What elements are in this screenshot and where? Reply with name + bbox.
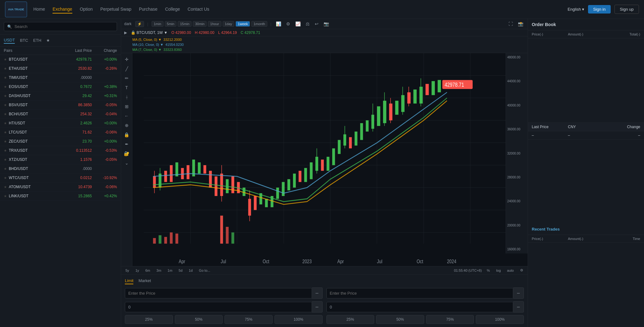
nav-item-option[interactable]: Option xyxy=(80,5,93,14)
chart-log[interactable]: log xyxy=(495,268,502,273)
nav-item-perpetual-swap[interactable]: Perpetual Swap xyxy=(100,5,131,14)
collapse-icon[interactable]: ▶ xyxy=(124,30,127,35)
tool-pen[interactable]: ✒ xyxy=(124,140,130,148)
zoom-1m[interactable]: 1m xyxy=(166,268,174,273)
tool-arrow[interactable]: ← xyxy=(123,112,130,120)
tf-btn-15min[interactable]: 15min xyxy=(178,21,192,27)
star-icon[interactable]: ★ xyxy=(4,76,7,80)
buy-amount-minus[interactable]: – xyxy=(312,301,323,313)
buy-100pct[interactable]: 100% xyxy=(275,315,323,324)
chart-undo-btn[interactable]: ↩ xyxy=(314,21,320,27)
pair-row[interactable]: ★ ZEC/USDT 23.70 +0.00% xyxy=(0,137,121,146)
sell-price-input[interactable] xyxy=(326,288,514,298)
tool-text[interactable]: T xyxy=(124,84,129,91)
buy-amount-input[interactable] xyxy=(125,302,312,312)
zoom-5d[interactable]: 5d xyxy=(177,268,184,273)
star-icon[interactable]: ★ xyxy=(4,57,7,62)
tool-magnet[interactable]: 🔒 xyxy=(123,131,130,139)
signup-button[interactable]: Sign up xyxy=(614,5,639,14)
go-to[interactable]: Go to... xyxy=(198,268,212,273)
nav-item-contact-us[interactable]: Contact Us xyxy=(187,5,209,14)
tf-btn-5min[interactable]: 5min xyxy=(165,21,177,27)
buy-price-input[interactable] xyxy=(125,288,312,298)
pair-row[interactable]: ★ WTC/USDT 0.0212 -10.92% xyxy=(0,173,121,183)
currency-tab-btc[interactable]: BTC xyxy=(20,37,28,43)
tf-btn-1min[interactable]: 1min xyxy=(152,21,164,27)
pair-row[interactable]: ★ BCH/USDT 254.32 -0.04% xyxy=(0,110,121,119)
pair-row[interactable]: ★ EOS/USDT 0.7672 +0.38% xyxy=(0,82,121,91)
star-icon[interactable]: ★ xyxy=(4,158,7,162)
tf-btn-1week[interactable]: 1week xyxy=(236,21,250,27)
tool-crosshair[interactable]: ✛ xyxy=(124,56,130,63)
pair-row[interactable]: ★ HT/USDT 2.4626 +0.00% xyxy=(0,119,121,128)
buy-price-minus[interactable]: – xyxy=(312,287,323,299)
tool-shapes[interactable]: ⟊ xyxy=(124,93,129,101)
buy-50pct[interactable]: 50% xyxy=(175,315,223,324)
star-icon[interactable]: ★ xyxy=(4,139,7,144)
tf-btn-1day[interactable]: 1day xyxy=(223,21,235,27)
star-icon[interactable]: ★ xyxy=(4,167,7,171)
nav-item-home[interactable]: Home xyxy=(33,5,45,14)
tf-btn-30min[interactable]: 30min xyxy=(193,21,207,27)
pair-row[interactable]: ★ TIMI/USDT .00000 xyxy=(0,73,121,82)
pair-row[interactable]: ★ DASH/USDT 29.42 +0.31% xyxy=(0,91,121,101)
chart-scale-btn[interactable]: ⚖ xyxy=(304,21,311,27)
chart-mode-btn[interactable]: ⚡ xyxy=(135,21,144,27)
pair-row[interactable]: ★ LINK/USDT 15.2865 +0.42% xyxy=(0,192,121,201)
zoom-3m[interactable]: 3m xyxy=(155,268,163,273)
pair-row[interactable]: ★ BHD/USDT .0000 xyxy=(0,164,121,173)
order-tab-limit[interactable]: Limit xyxy=(125,278,133,284)
pair-row[interactable]: ★ ATOM/USDT 10.4739 -0.06% xyxy=(0,183,121,192)
nav-item-college[interactable]: College xyxy=(165,5,180,14)
search-input[interactable] xyxy=(14,24,114,29)
sell-price-minus[interactable]: – xyxy=(513,287,524,299)
chart-indicators-btn[interactable]: ⚙ xyxy=(285,21,291,27)
tool-line[interactable]: ╱ xyxy=(124,65,129,73)
currency-tab-eth[interactable]: ETH xyxy=(33,37,41,43)
tool-zoom[interactable]: ⊕ xyxy=(124,122,130,129)
star-icon[interactable]: ★ xyxy=(4,67,7,71)
sell-75pct[interactable]: 75% xyxy=(426,315,474,324)
star-icon[interactable]: ★ xyxy=(4,176,7,180)
star-icon[interactable]: ★ xyxy=(4,103,7,107)
signin-button[interactable]: Sign in xyxy=(588,5,611,14)
pair-row[interactable]: ★ LTC/USDT 71.62 -0.06% xyxy=(0,128,121,137)
chart-fullscreen-btn[interactable]: ⛶ xyxy=(507,21,514,27)
tool-chevron[interactable]: ⌄ xyxy=(124,159,130,167)
pair-row[interactable]: ★ BTC/USDT 42978.71 +0.00% xyxy=(0,55,121,64)
star-icon[interactable]: ★ xyxy=(4,185,7,189)
star-icon[interactable]: ★ xyxy=(4,94,7,98)
star-icon[interactable]: ★ xyxy=(4,121,7,125)
currency-tab-★[interactable]: ★ xyxy=(46,37,50,43)
chart-pct[interactable]: % xyxy=(486,268,491,273)
tool-lock[interactable]: 🔐 xyxy=(123,150,130,157)
star-icon[interactable]: ★ xyxy=(4,85,7,89)
star-icon[interactable]: ★ xyxy=(4,149,7,153)
sell-50pct[interactable]: 50% xyxy=(376,315,424,324)
chart-type-btn[interactable]: 📊 xyxy=(275,21,282,27)
pair-row[interactable]: ★ ETH/USDT 2530.82 -0.26% xyxy=(0,64,121,73)
buy-25pct[interactable]: 25% xyxy=(125,315,173,324)
star-icon[interactable]: ★ xyxy=(4,112,7,116)
sell-25pct[interactable]: 25% xyxy=(326,315,375,324)
buy-75pct[interactable]: 75% xyxy=(225,315,273,324)
tf-btn-1month[interactable]: 1month xyxy=(251,21,267,27)
chart-settings-btn[interactable]: ⚙ xyxy=(519,268,525,273)
pair-row[interactable]: ★ TRX/USDT 0.113512 -0.53% xyxy=(0,146,121,155)
tf-btn-1hour[interactable]: 1hour xyxy=(208,21,221,27)
sell-amount-minus[interactable]: – xyxy=(513,301,524,313)
zoom-1d[interactable]: 1d xyxy=(187,268,194,273)
tool-measure[interactable]: ⊞ xyxy=(124,103,130,110)
pair-row[interactable]: ★ XTZ/USDT 1.1576 -0.05% xyxy=(0,155,121,164)
sell-amount-input[interactable] xyxy=(326,302,514,312)
chart-auto[interactable]: auto xyxy=(506,268,515,273)
star-icon[interactable]: ★ xyxy=(4,130,7,134)
zoom-1y[interactable]: 1y xyxy=(134,268,141,273)
chart-camera-btn[interactable]: 📸 xyxy=(517,21,525,27)
currency-tab-usdt[interactable]: USDT xyxy=(4,37,15,44)
order-tab-market[interactable]: Market xyxy=(138,278,151,284)
language-selector[interactable]: English ▾ xyxy=(568,7,584,12)
zoom-5y[interactable]: 5y xyxy=(124,268,130,273)
star-icon[interactable]: ★ xyxy=(4,194,7,198)
nav-item-exchange[interactable]: Exchange xyxy=(53,5,72,14)
